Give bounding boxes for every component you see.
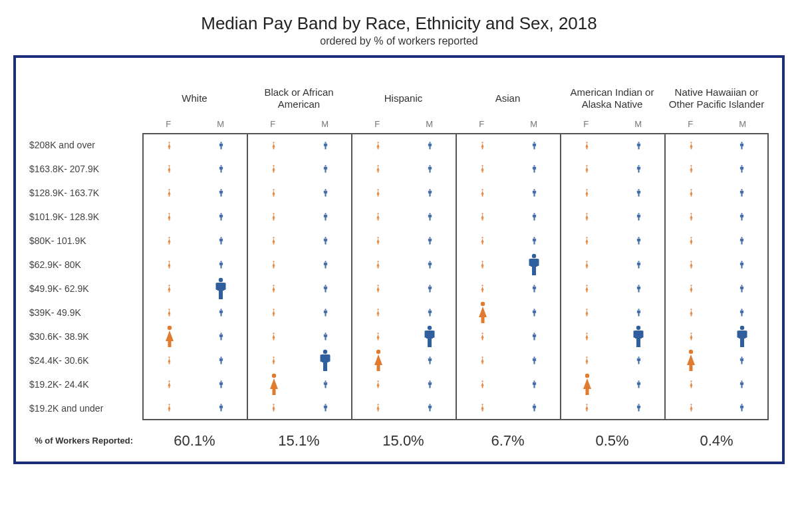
plot-cell [560,229,664,253]
male-person-icon [636,213,641,221]
plot-cell [142,348,247,372]
female-person-icon [267,373,281,396]
male-person-icon [636,261,641,269]
plot-subcell [666,372,717,396]
plot-subcell [561,181,613,205]
plot-subcell [248,205,300,229]
female-person-icon [271,404,276,412]
plot-subcell [509,253,561,277]
plot-subcell [144,277,196,301]
plot-subcell [248,229,300,253]
male-person-icon [219,356,223,364]
plot-subcell [666,229,717,253]
plot-subcell [196,229,247,253]
plot-subcell [717,229,768,253]
male-person-icon [636,142,641,150]
plot-subcell [561,134,613,157]
plot-cell [351,133,456,157]
plot-subcell [666,205,717,229]
male-person-icon [636,309,641,317]
plot-cell [664,372,769,396]
plot-subcell [561,396,613,419]
sex-header-f: F [456,119,508,133]
pay-band-label: $80K- 101.9K [29,229,142,253]
plot-subcell [666,134,717,157]
plot-cell [456,205,560,229]
plot-cell [247,205,351,229]
plot-subcell [352,181,404,205]
female-person-icon [476,301,489,324]
plot-subcell [248,277,300,301]
female-person-icon [480,356,485,364]
plot-cell [351,157,456,181]
male-person-icon [636,356,641,364]
plot-subcell [457,301,509,325]
plot-cell [351,396,456,420]
male-person-icon [323,380,328,388]
plot-cell [560,348,664,372]
female-person-icon [480,332,485,340]
plot-row: $39K- 49.9K [29,301,769,325]
plot-cell [351,348,456,372]
female-person-icon [271,213,276,221]
plot-subcell [561,277,613,301]
plot-subcell [717,205,768,229]
female-person-icon [689,404,694,412]
plot-subcell [404,372,456,396]
male-person-icon [323,332,328,340]
male-person-icon [739,237,744,245]
male-person-icon [739,213,744,221]
plot-subcell [717,134,768,157]
sex-header-m: M [612,119,665,133]
plot-cell [142,277,247,301]
sex-header-m: M [299,119,352,133]
footer-row: % of Workers Reported: 60.1% 15.1% 15.0%… [29,432,769,450]
plot-cell [351,181,456,205]
plot-subcell [561,301,613,325]
plot-subcell [404,348,456,372]
male-person-icon [739,404,744,412]
male-person-icon [532,142,537,150]
male-person-icon [428,356,432,364]
plot-subcell [248,157,300,181]
plot-subcell [613,181,665,205]
plot-subcell [144,301,196,325]
male-person-icon [636,404,641,412]
female-person-icon [581,373,594,396]
plot-subcell [248,348,300,372]
plot-subcell [457,372,509,396]
sex-header-f: F [142,119,195,133]
plot-subcell [144,181,196,205]
plot-subcell [352,229,404,253]
plot-subcell [352,253,404,277]
male-person-icon [428,189,432,197]
plot-cell [142,325,247,348]
male-person-icon [428,261,432,269]
male-person-icon [428,165,432,173]
plot-cell [456,157,560,181]
plot-cell [247,372,351,396]
plot-subcell [509,301,561,325]
plot-cell [247,133,351,157]
plot-subcell [561,253,613,277]
male-person-icon [323,237,328,245]
female-person-icon [167,309,172,317]
plot-row: $80K- 101.9K [29,229,769,253]
plot-subcell [666,348,717,372]
plot-subcell [300,396,352,419]
female-person-icon [689,189,694,197]
pay-band-label: $163.8K- 207.9K [29,157,142,181]
male-person-icon [636,165,641,173]
male-person-icon [323,261,328,269]
female-person-icon [376,237,380,245]
female-person-icon [480,237,485,245]
pay-band-label: $49.9K- 62.9K [29,277,142,301]
sex-header-m: M [508,119,561,133]
sex-header-m: M [717,119,769,133]
plot-cell [664,157,769,181]
male-person-icon [323,213,328,221]
male-person-icon [739,380,744,388]
male-person-icon [319,349,332,372]
male-person-icon [739,189,744,197]
footer-pct: 15.0% [351,432,456,450]
